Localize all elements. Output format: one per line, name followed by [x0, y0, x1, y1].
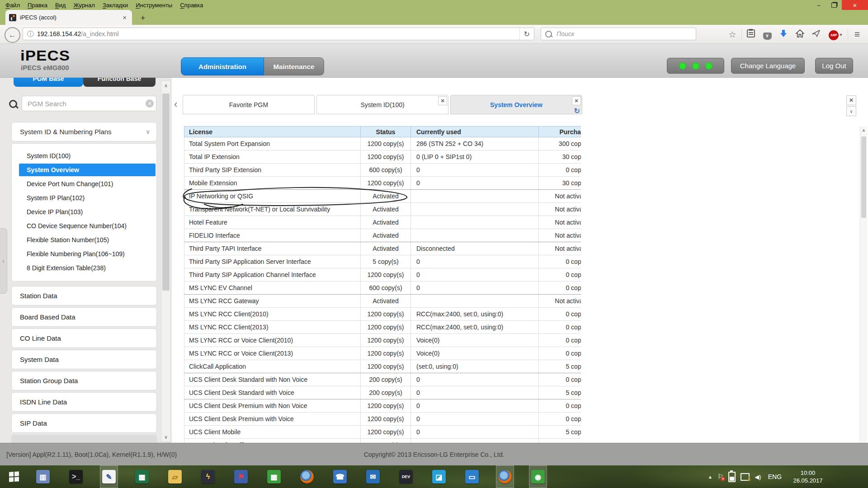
sidebar-section[interactable]: Board Based Data: [11, 307, 157, 327]
sidebar-item[interactable]: System IP Plan(102): [12, 191, 156, 205]
close-button[interactable]: ×: [842, 0, 868, 10]
battery-icon[interactable]: [728, 472, 736, 482]
sidebar-item[interactable]: System ID(100): [12, 149, 156, 163]
clear-search-icon[interactable]: ✕: [146, 99, 154, 108]
change-language-button[interactable]: Change Language: [731, 58, 805, 74]
sidebar-item-selected[interactable]: System Overview: [19, 164, 156, 176]
start-button[interactable]: [0, 465, 28, 488]
reload-icon[interactable]: ↻: [519, 28, 534, 40]
function-base-tab[interactable]: Function Base: [83, 78, 156, 87]
sidebar-partial-section[interactable]: [11, 435, 157, 443]
url-bar[interactable]: ⓘ 192.168.154.42/a_index.html ↻: [23, 28, 534, 40]
refresh-icon[interactable]: ↻: [574, 107, 580, 115]
info-icon[interactable]: ⓘ: [23, 30, 37, 38]
abp-icon[interactable]: ABP▾: [824, 28, 847, 40]
sidebar-scroll-thumb[interactable]: [162, 94, 170, 291]
menu-item[interactable]: Правка: [25, 1, 52, 9]
tab-close-icon[interactable]: ×: [121, 14, 128, 21]
home-icon[interactable]: [792, 29, 808, 40]
menu-item[interactable]: Файл: [3, 1, 25, 9]
sidebar-section[interactable]: Station Group Data: [11, 371, 157, 390]
taskbar-app-folder[interactable]: ▱: [166, 465, 184, 488]
table-cell: 0: [411, 164, 539, 177]
accordion-system-id-numbering-plans[interactable]: System ID & Numbering Plans ∨: [11, 122, 157, 141]
taskbar-app-remote-desktop[interactable]: ▭: [463, 465, 481, 488]
maintenance-button[interactable]: Maintenance: [264, 57, 324, 75]
menu-icon[interactable]: ≡: [849, 29, 865, 40]
taskbar-app-image-viewer[interactable]: ◪: [430, 465, 448, 488]
taskbar-app-phone-tool[interactable]: ☎: [331, 465, 349, 488]
sidebar-section[interactable]: ISDN Line Data: [11, 392, 157, 412]
sidebar-item[interactable]: Device Port Num Change(101): [12, 177, 156, 191]
folder-icon: ▱: [168, 470, 182, 483]
send-icon[interactable]: [808, 29, 824, 39]
table-row: Total System Port Expansion1200 copy(s)2…: [184, 137, 581, 150]
download-icon[interactable]: [775, 29, 792, 39]
table-cell: Disconnected: [411, 242, 539, 255]
taskbar-app-excel[interactable]: ▦: [133, 465, 151, 488]
menu-item[interactable]: Вид: [52, 1, 71, 9]
sidebar-scrollbar[interactable]: ∧ ∨: [161, 80, 171, 442]
scroll-down-icon[interactable]: ∨: [161, 432, 170, 441]
tab-close-icon[interactable]: ✕: [572, 96, 581, 105]
taskbar-app-notepad[interactable]: ✎: [100, 465, 118, 488]
network-warning-icon[interactable]: ⚠: [741, 473, 750, 481]
sidebar-section[interactable]: System Data: [11, 350, 157, 369]
administration-button[interactable]: Administration: [181, 57, 264, 75]
tab-close-icon[interactable]: ✕: [438, 96, 447, 105]
taskbar-app-thunderbird[interactable]: ✉: [364, 465, 382, 488]
volume-icon[interactable]: ◀): [755, 474, 761, 480]
panel-close-icon[interactable]: ✕: [846, 95, 856, 105]
taskbar-app-putty[interactable]: ϟ: [199, 465, 217, 488]
new-tab-button[interactable]: +: [136, 13, 150, 23]
taskbar-app-green-tool[interactable]: ◉: [529, 465, 547, 488]
sidebar-item[interactable]: 8 Digit Extension Table(238): [12, 261, 156, 275]
scroll-up-icon[interactable]: ▲: [860, 127, 867, 132]
scroll-up-icon[interactable]: ∧: [161, 81, 170, 90]
panel-dropdown-icon[interactable]: ∨: [846, 106, 856, 116]
taskbar-app-dev-cpp[interactable]: DEV: [397, 465, 415, 488]
sidebar-item[interactable]: Flexible Station Number(105): [12, 233, 156, 247]
content-scroll-thumb[interactable]: [861, 136, 866, 218]
sidebar-collapse-handle[interactable]: ‹: [0, 228, 7, 294]
hidden-icons-arrow-icon[interactable]: ▲: [708, 474, 712, 479]
search-bar[interactable]: [541, 28, 696, 40]
taskbar-app-firefox[interactable]: [298, 465, 316, 488]
search-input[interactable]: [556, 30, 696, 38]
sidebar-item[interactable]: CO Device Sequence Number(104): [12, 219, 156, 233]
menu-item[interactable]: Журнал: [71, 1, 99, 9]
taskbar-app-computer[interactable]: ▥: [34, 465, 52, 488]
taskbar-app-terminal[interactable]: >_: [67, 465, 85, 488]
content-scrollbar[interactable]: ▲: [860, 127, 867, 443]
browser-tab[interactable]: iPECS (accol) ×: [5, 10, 132, 25]
tab-favorite-pgm[interactable]: Favorite PGM: [183, 95, 315, 114]
tab-system-id[interactable]: System ID(100) ✕: [316, 95, 448, 114]
taskbar-app-firefox-active[interactable]: [496, 465, 514, 488]
taskbar-app-paint-flag[interactable]: ⚑: [232, 465, 250, 488]
pgm-search-input[interactable]: [22, 96, 156, 111]
menu-item[interactable]: Инструменты: [133, 1, 177, 9]
sidebar-section[interactable]: Station Data: [11, 286, 157, 305]
pgm-base-tab[interactable]: PGM Base: [14, 78, 83, 87]
action-center-flag-icon[interactable]: ⚐✕: [717, 473, 723, 481]
taskbar-app-calculator[interactable]: ▦: [265, 465, 283, 488]
star-icon[interactable]: ☆: [724, 29, 741, 40]
minimize-button[interactable]: –: [811, 0, 826, 10]
logout-button[interactable]: Log Out: [815, 58, 853, 74]
bookmarks-icon[interactable]: [743, 29, 759, 40]
sidebar-section[interactable]: SIP Data: [11, 413, 157, 433]
sidebar-item[interactable]: Flexible Numbering Plan(106~109): [12, 247, 156, 261]
tab-scroll-left-icon[interactable]: ‹: [174, 99, 177, 110]
restore-button[interactable]: [826, 0, 842, 10]
table-cell: 0: [411, 426, 539, 439]
clock[interactable]: 10:00 26.05.2017: [787, 469, 829, 484]
back-icon[interactable]: ←: [5, 27, 20, 43]
language-indicator[interactable]: ENG: [768, 473, 782, 480]
status-indicator-button[interactable]: [667, 58, 724, 74]
tab-system-overview[interactable]: System Overview ✕ ↻: [450, 95, 582, 114]
menu-item[interactable]: Справка: [177, 1, 208, 9]
menu-item[interactable]: Закладки: [100, 1, 133, 9]
pocket-icon[interactable]: ∨: [759, 29, 775, 40]
sidebar-item[interactable]: Device IP Plan(103): [12, 205, 156, 219]
sidebar-section[interactable]: CO Line Data: [11, 328, 157, 348]
